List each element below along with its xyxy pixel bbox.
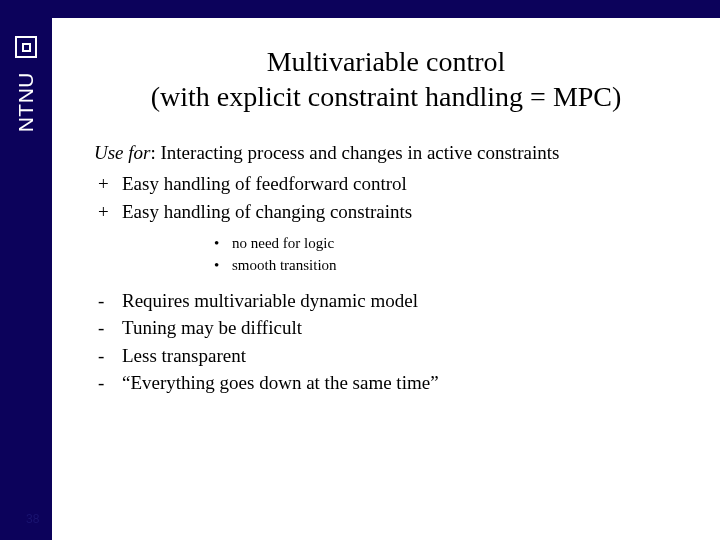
slide-content: Multivariable control (with explicit con…	[52, 18, 720, 540]
use-for-text: : Interacting process and changes in act…	[150, 142, 559, 163]
list-item: “Everything goes down at the same time”	[94, 369, 678, 397]
slide-number: 38	[26, 512, 39, 526]
list-item: no need for logic	[214, 233, 678, 255]
list-item: Easy handling of changing constraints	[94, 198, 678, 226]
list-item: Requires multivariable dynamic model	[94, 287, 678, 315]
sub-list: no need for logic smooth transition	[214, 233, 678, 277]
ntnu-logo-inner-icon	[22, 43, 31, 52]
list-item: Tuning may be difficult	[94, 314, 678, 342]
cons-list: Requires multivariable dynamic model Tun…	[94, 287, 678, 397]
use-for-line: Use for: Interacting process and changes…	[94, 142, 678, 164]
brand-text: NTNU	[14, 72, 38, 132]
title-line-2: (with explicit constraint handling = MPC…	[94, 79, 678, 114]
slide-title: Multivariable control (with explicit con…	[94, 44, 678, 114]
list-item: Easy handling of feedforward control	[94, 170, 678, 198]
list-item: smooth transition	[214, 255, 678, 277]
sidebar: NTNU	[0, 0, 52, 540]
ntnu-logo-icon	[15, 36, 37, 58]
title-line-1: Multivariable control	[267, 46, 506, 77]
use-for-label: Use for	[94, 142, 150, 163]
list-item: Less transparent	[94, 342, 678, 370]
top-bar	[0, 0, 720, 18]
pros-list: Easy handling of feedforward control Eas…	[94, 170, 678, 225]
